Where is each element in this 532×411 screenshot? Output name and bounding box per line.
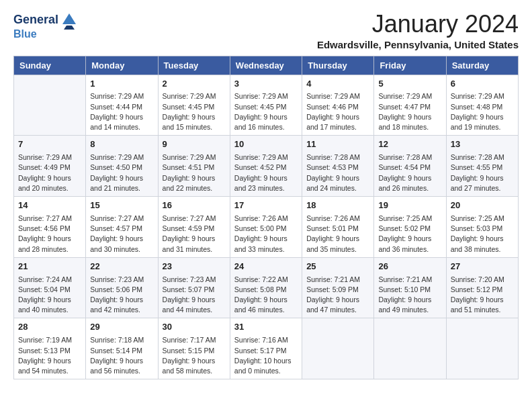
- calendar-cell: 21Sunrise: 7:24 AM Sunset: 5:04 PM Dayli…: [14, 257, 86, 318]
- weekday-header-monday: Monday: [86, 56, 158, 75]
- day-number: 18: [306, 199, 369, 212]
- day-info: Sunrise: 7:21 AM Sunset: 5:10 PM Dayligh…: [378, 275, 441, 316]
- svg-marker-1: [64, 26, 75, 30]
- logo: General Blue: [13, 11, 79, 40]
- day-info: Sunrise: 7:27 AM Sunset: 4:59 PM Dayligh…: [163, 214, 226, 255]
- day-number: 4: [306, 78, 369, 91]
- day-number: 6: [451, 78, 514, 91]
- weekday-header-tuesday: Tuesday: [158, 56, 230, 75]
- calendar-cell: 2Sunrise: 7:29 AM Sunset: 4:45 PM Daylig…: [158, 75, 230, 136]
- day-number: 5: [378, 78, 441, 91]
- day-info: Sunrise: 7:29 AM Sunset: 4:52 PM Dayligh…: [234, 152, 298, 193]
- day-info: Sunrise: 7:29 AM Sunset: 4:46 PM Dayligh…: [306, 91, 369, 132]
- day-number: 15: [90, 199, 153, 212]
- day-info: Sunrise: 7:27 AM Sunset: 4:57 PM Dayligh…: [90, 214, 153, 255]
- day-info: Sunrise: 7:20 AM Sunset: 5:12 PM Dayligh…: [451, 275, 514, 316]
- day-info: Sunrise: 7:29 AM Sunset: 4:50 PM Dayligh…: [90, 152, 153, 193]
- calendar-week-1: 1Sunrise: 7:29 AM Sunset: 4:44 PM Daylig…: [14, 75, 519, 136]
- calendar-cell: 1Sunrise: 7:29 AM Sunset: 4:44 PM Daylig…: [86, 75, 158, 136]
- day-number: 26: [378, 261, 441, 273]
- day-info: Sunrise: 7:23 AM Sunset: 5:07 PM Dayligh…: [163, 275, 226, 316]
- calendar-cell: 19Sunrise: 7:25 AM Sunset: 5:02 PM Dayli…: [374, 197, 446, 258]
- day-number: 30: [163, 321, 226, 334]
- day-info: Sunrise: 7:28 AM Sunset: 4:55 PM Dayligh…: [451, 152, 514, 193]
- calendar-cell: 13Sunrise: 7:28 AM Sunset: 4:55 PM Dayli…: [446, 136, 518, 197]
- weekday-header-saturday: Saturday: [446, 56, 518, 75]
- logo-text: General: [13, 13, 58, 27]
- month-title: January 2024: [317, 11, 519, 38]
- weekday-header-thursday: Thursday: [302, 56, 374, 75]
- day-number: 20: [451, 199, 514, 212]
- day-number: 10: [234, 138, 298, 151]
- calendar-cell: 28Sunrise: 7:19 AM Sunset: 5:13 PM Dayli…: [14, 318, 86, 379]
- calendar-cell: [446, 318, 518, 379]
- day-info: Sunrise: 7:29 AM Sunset: 4:45 PM Dayligh…: [163, 91, 226, 132]
- day-number: 16: [163, 199, 226, 212]
- calendar-cell: 6Sunrise: 7:29 AM Sunset: 4:48 PM Daylig…: [446, 75, 518, 136]
- day-number: 8: [90, 138, 153, 151]
- calendar-cell: 25Sunrise: 7:21 AM Sunset: 5:09 PM Dayli…: [302, 257, 374, 318]
- calendar-cell: 30Sunrise: 7:17 AM Sunset: 5:15 PM Dayli…: [158, 318, 230, 379]
- weekday-header-sunday: Sunday: [14, 56, 86, 75]
- day-number: 14: [18, 199, 81, 212]
- day-number: 12: [378, 138, 441, 151]
- day-info: Sunrise: 7:26 AM Sunset: 5:00 PM Dayligh…: [234, 214, 298, 255]
- title-block: January 2024 Edwardsville, Pennsylvania,…: [317, 11, 519, 50]
- day-number: 7: [18, 138, 81, 151]
- calendar-cell: 24Sunrise: 7:22 AM Sunset: 5:08 PM Dayli…: [230, 257, 302, 318]
- svg-marker-0: [62, 13, 76, 24]
- day-number: 24: [234, 261, 298, 273]
- calendar-cell: 23Sunrise: 7:23 AM Sunset: 5:07 PM Dayli…: [158, 257, 230, 318]
- day-info: Sunrise: 7:29 AM Sunset: 4:51 PM Dayligh…: [163, 152, 226, 193]
- day-info: Sunrise: 7:23 AM Sunset: 5:06 PM Dayligh…: [90, 275, 153, 316]
- day-number: 3: [234, 78, 298, 91]
- day-number: 29: [90, 321, 153, 334]
- day-number: 13: [451, 138, 514, 151]
- calendar-cell: 3Sunrise: 7:29 AM Sunset: 4:45 PM Daylig…: [230, 75, 302, 136]
- day-info: Sunrise: 7:28 AM Sunset: 4:53 PM Dayligh…: [306, 152, 369, 193]
- day-info: Sunrise: 7:29 AM Sunset: 4:48 PM Dayligh…: [451, 91, 514, 132]
- calendar-cell: 26Sunrise: 7:21 AM Sunset: 5:10 PM Dayli…: [374, 257, 446, 318]
- day-number: 21: [18, 261, 81, 273]
- calendar-cell: 16Sunrise: 7:27 AM Sunset: 4:59 PM Dayli…: [158, 197, 230, 258]
- day-info: Sunrise: 7:29 AM Sunset: 4:45 PM Dayligh…: [234, 91, 298, 132]
- calendar-cell: 27Sunrise: 7:20 AM Sunset: 5:12 PM Dayli…: [446, 257, 518, 318]
- calendar-cell: 8Sunrise: 7:29 AM Sunset: 4:50 PM Daylig…: [86, 136, 158, 197]
- calendar-week-4: 21Sunrise: 7:24 AM Sunset: 5:04 PM Dayli…: [14, 257, 519, 318]
- day-info: Sunrise: 7:25 AM Sunset: 5:02 PM Dayligh…: [378, 214, 441, 255]
- calendar-cell: 31Sunrise: 7:16 AM Sunset: 5:17 PM Dayli…: [230, 318, 302, 379]
- logo-icon: [60, 11, 79, 30]
- day-number: 19: [378, 199, 441, 212]
- day-number: 25: [306, 261, 369, 273]
- day-info: Sunrise: 7:19 AM Sunset: 5:13 PM Dayligh…: [18, 335, 81, 376]
- location: Edwardsville, Pennsylvania, United State…: [317, 39, 519, 50]
- day-number: 27: [451, 261, 514, 273]
- day-number: 1: [90, 78, 153, 91]
- calendar-cell: 10Sunrise: 7:29 AM Sunset: 4:52 PM Dayli…: [230, 136, 302, 197]
- weekday-header-wednesday: Wednesday: [230, 56, 302, 75]
- calendar-cell: [14, 75, 86, 136]
- logo-blue-text: Blue: [13, 28, 79, 40]
- day-info: Sunrise: 7:27 AM Sunset: 4:56 PM Dayligh…: [18, 214, 81, 255]
- calendar-cell: [374, 318, 446, 379]
- day-info: Sunrise: 7:29 AM Sunset: 4:47 PM Dayligh…: [378, 91, 441, 132]
- day-info: Sunrise: 7:28 AM Sunset: 4:54 PM Dayligh…: [378, 152, 441, 193]
- calendar-cell: 14Sunrise: 7:27 AM Sunset: 4:56 PM Dayli…: [14, 197, 86, 258]
- page-header: General Blue January 2024 Edwardsville, …: [13, 11, 519, 50]
- day-info: Sunrise: 7:29 AM Sunset: 4:44 PM Dayligh…: [90, 91, 153, 132]
- calendar-cell: 12Sunrise: 7:28 AM Sunset: 4:54 PM Dayli…: [374, 136, 446, 197]
- calendar-cell: 9Sunrise: 7:29 AM Sunset: 4:51 PM Daylig…: [158, 136, 230, 197]
- calendar-week-5: 28Sunrise: 7:19 AM Sunset: 5:13 PM Dayli…: [14, 318, 519, 379]
- day-info: Sunrise: 7:24 AM Sunset: 5:04 PM Dayligh…: [18, 275, 81, 316]
- day-number: 28: [18, 321, 81, 334]
- day-info: Sunrise: 7:17 AM Sunset: 5:15 PM Dayligh…: [163, 335, 226, 376]
- day-number: 23: [163, 261, 226, 273]
- calendar-cell: 18Sunrise: 7:26 AM Sunset: 5:01 PM Dayli…: [302, 197, 374, 258]
- calendar-week-2: 7Sunrise: 7:29 AM Sunset: 4:49 PM Daylig…: [14, 136, 519, 197]
- day-number: 22: [90, 261, 153, 273]
- calendar-table: SundayMondayTuesdayWednesdayThursdayFrid…: [13, 56, 519, 380]
- day-info: Sunrise: 7:25 AM Sunset: 5:03 PM Dayligh…: [451, 214, 514, 255]
- calendar-cell: 15Sunrise: 7:27 AM Sunset: 4:57 PM Dayli…: [86, 197, 158, 258]
- day-number: 2: [163, 78, 226, 91]
- day-number: 9: [163, 138, 226, 151]
